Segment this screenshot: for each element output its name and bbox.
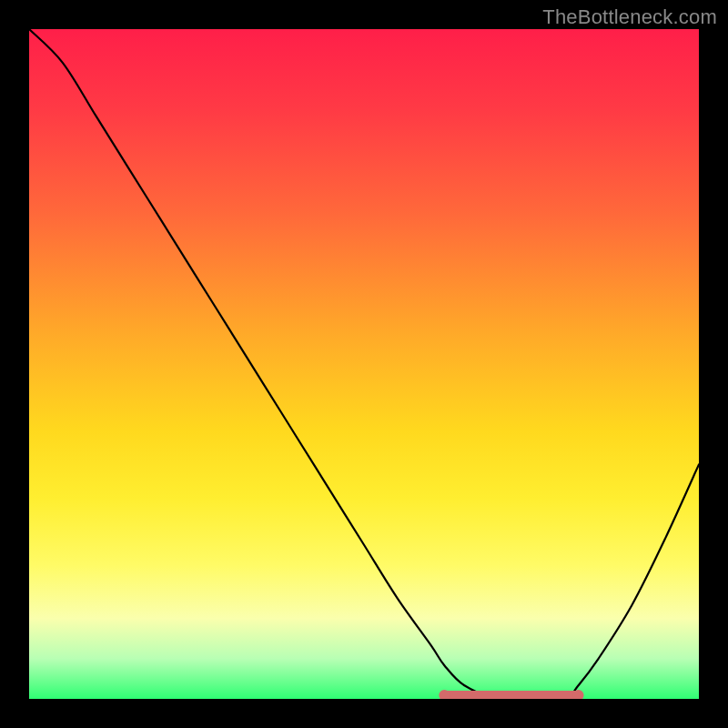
chart-plot-area (29, 29, 699, 699)
watermark-text: TheBottleneck.com (542, 5, 717, 29)
bottleneck-curve (29, 29, 699, 699)
chart-svg (29, 29, 699, 699)
